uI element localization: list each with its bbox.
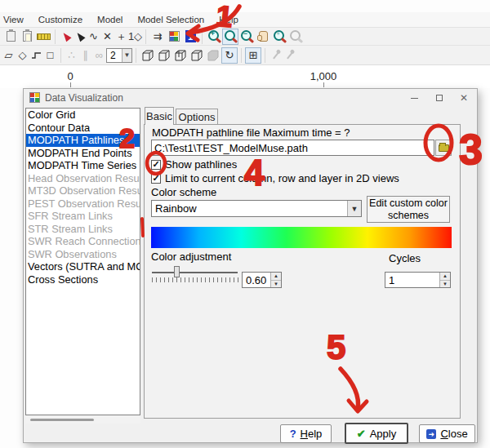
list-item[interactable]: SWR Reach Connections [26, 235, 140, 248]
zoom-out-icon[interactable]: − [238, 29, 255, 45]
data-visualization-dialog: Data Visualization ✕ Color Grid Contour … [23, 88, 478, 443]
cube-shape [207, 50, 220, 61]
apply-button[interactable]: ✔ Apply [345, 423, 408, 444]
close-button[interactable]: ➜ Close [419, 424, 475, 443]
spin-down-icon[interactable]: ▼ [440, 281, 450, 288]
node-pin2-icon[interactable] [283, 47, 296, 64]
scrollbar-thumb[interactable] [30, 419, 94, 421]
layer-select[interactable]: 2 ▼ [106, 48, 132, 63]
minimize-icon [411, 98, 418, 99]
top-view-cube-icon[interactable] [172, 47, 189, 64]
menu-item-model[interactable]: Model [97, 15, 122, 24]
color-scheme-dropdown[interactable]: Rainbow ▼ [151, 200, 362, 217]
apply-button-label: Apply [370, 428, 397, 440]
tab-basic[interactable]: Basic [145, 107, 174, 125]
list-item[interactable]: SWR Observations [26, 248, 140, 261]
scatter-points-icon[interactable]: ∴ [65, 47, 78, 64]
select-node-icon[interactable] [73, 29, 87, 45]
close-window-button[interactable]: ✕ [452, 89, 476, 107]
toolbar-separator [60, 48, 61, 63]
front-view-cube-icon[interactable] [140, 47, 156, 64]
list-item[interactable]: Cross Sections [26, 273, 140, 286]
tab-options[interactable]: Options [176, 109, 218, 124]
maximize-button[interactable] [427, 89, 452, 107]
lasso-icon[interactable]: ∿ [87, 29, 100, 45]
insert-vertex-icon[interactable]: ＋ [114, 29, 128, 45]
help-button[interactable]: ? Help [280, 424, 332, 443]
pan-icon[interactable] [255, 29, 271, 45]
flow-lines-icon[interactable]: ⇉ [149, 29, 166, 45]
list-item[interactable]: Vectors (SUTRA and MODF [26, 260, 140, 273]
menu-item-customize[interactable]: Customize [38, 15, 82, 24]
list-item[interactable]: Contour Data [26, 122, 140, 135]
rectangle-icon[interactable]: □ [43, 47, 57, 64]
ruler-label-left: 0 [67, 70, 73, 82]
number-format-icon[interactable] [182, 29, 198, 45]
polyline-icon[interactable] [29, 47, 43, 64]
zoom-icon[interactable] [222, 29, 238, 45]
freeform-polygon-icon[interactable]: ◇ [16, 47, 29, 64]
ellipses-icon[interactable]: ∞ [92, 47, 106, 64]
side-view-cube-icon[interactable] [156, 47, 172, 64]
delete-vertex-icon[interactable]: ✕ [100, 29, 114, 45]
list-item[interactable]: Color Grid [26, 109, 140, 122]
spin-up-icon[interactable]: ▲ [440, 273, 450, 281]
zoom-box-icon[interactable]: ▫ [271, 29, 287, 45]
restore-view-icon[interactable]: ↻ [221, 47, 238, 64]
ruler-icon[interactable] [35, 29, 51, 45]
color-adjustment-spinner[interactable]: 0.60 ▲ ▼ [242, 272, 282, 288]
polygon-icon[interactable]: ▱ [2, 47, 16, 64]
menu-item-view[interactable]: View [3, 15, 24, 24]
chevron-down-icon[interactable]: ▼ [347, 201, 361, 216]
list-item[interactable]: SFR Stream Links [26, 210, 140, 223]
zoom-in-icon[interactable]: + [206, 29, 222, 45]
dialog-icon [29, 92, 40, 103]
pathline-file-input[interactable] [151, 140, 434, 156]
copy-icon[interactable] [19, 29, 35, 45]
spin-down-icon[interactable]: ▼ [271, 281, 281, 288]
dialog-titlebar[interactable]: Data Visualization ✕ [24, 89, 477, 107]
spin-up-icon[interactable]: ▲ [271, 273, 281, 281]
toolbar-row-2: ▱ ◇ □ ∴ ∥ ∞ 2 ▼ ↻ ⊞ [0, 46, 490, 65]
toolbar-separator [241, 48, 242, 63]
paste-icon[interactable] [2, 29, 19, 45]
data-visualization-icon[interactable] [166, 29, 182, 45]
lines-icon[interactable]: ∥ [78, 47, 92, 64]
list-item[interactable]: PEST Observation Results [26, 197, 140, 211]
list-horizontal-scrollbar[interactable] [25, 416, 140, 424]
node-pin-icon[interactable] [269, 47, 283, 64]
list-item[interactable]: MODPATH End Points [26, 147, 140, 160]
menu-item-help[interactable]: Help [219, 15, 238, 24]
open-folder-icon [439, 144, 449, 152]
limit-2d-checkbox[interactable] [151, 174, 161, 184]
ruler-label-right: 1,000 [310, 70, 337, 82]
color-adjustment-slider[interactable] [152, 272, 238, 273]
toolbar-row-1: ∿ ✕ ＋ 1◇ ⇉ + − ▫ [0, 27, 490, 46]
show-pathlines-checkbox[interactable] [151, 160, 161, 170]
zoom-previous-icon[interactable] [287, 29, 304, 45]
color-adjustment-value: 0.60 [243, 273, 270, 287]
menu-item-model-selection[interactable]: Model Selection [137, 15, 204, 24]
edit-custom-color-schemes-button[interactable]: Edit custom color schemes [367, 196, 450, 223]
slider-thumb[interactable] [174, 266, 180, 277]
list-item[interactable]: MODPATH Time Series [26, 159, 140, 172]
chevron-down-icon[interactable]: ▼ [122, 49, 131, 62]
select-arrow-icon[interactable] [59, 29, 73, 45]
shaded-cube-icon[interactable] [205, 47, 221, 64]
blue-one-shape [185, 30, 196, 42]
list-item[interactable]: MT3D Observation Results [26, 184, 140, 197]
select-point-icon[interactable]: 1◇ [128, 29, 142, 45]
list-item-selected[interactable]: MODPATH Pathlines [26, 134, 140, 147]
list-item[interactable]: Head Observation Results [26, 172, 140, 185]
grid-icon[interactable]: ⊞ [245, 47, 261, 64]
menu-bar: View Customize Model Model Selection Hel… [0, 12, 490, 27]
ruler-tick [70, 82, 71, 87]
ruler-icon-shape [37, 33, 51, 40]
minimize-button[interactable] [402, 89, 426, 107]
checkmark-icon: ✔ [357, 428, 366, 440]
magnifier-shape [223, 29, 238, 44]
3d-view-cube-icon[interactable] [189, 47, 205, 64]
cycles-spinner[interactable]: 1 ▲ ▼ [385, 272, 451, 288]
browse-file-button[interactable] [435, 140, 452, 156]
list-item[interactable]: STR Stream Links [26, 223, 140, 236]
